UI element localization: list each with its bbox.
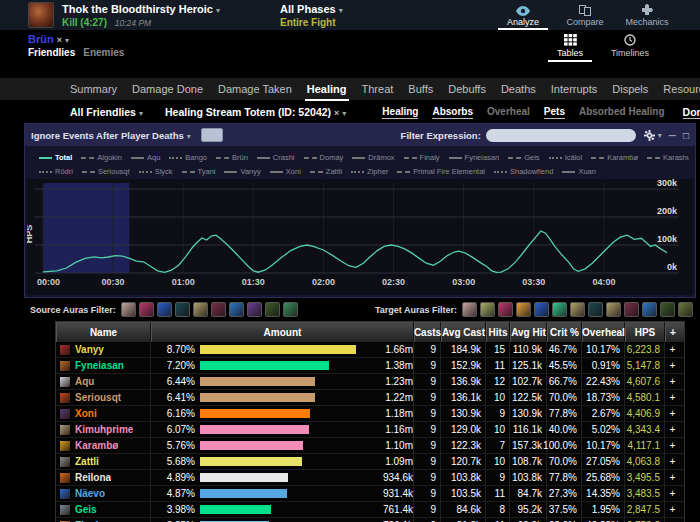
maximize-icon[interactable]: □ (683, 130, 689, 141)
legend-item[interactable]: Tyani (182, 167, 216, 177)
target-aura-icon-13[interactable] (678, 302, 693, 317)
source-aura-icon-8[interactable] (247, 302, 262, 317)
source-aura-icon-9[interactable] (265, 302, 280, 317)
expand-row-button[interactable]: + (665, 454, 680, 469)
hps-chart[interactable]: 0k100k200k300k00:0000:3001:0001:3002:000… (27, 179, 693, 295)
toggle-absorbs[interactable]: Absorbs (432, 106, 473, 119)
legend-item[interactable]: Vanyy (224, 167, 260, 177)
player-name[interactable]: Fyneiasan (75, 360, 124, 371)
target-aura-icon-3[interactable] (498, 302, 513, 317)
time-selection-region[interactable] (43, 183, 129, 273)
target-aura-icon-6[interactable] (552, 302, 567, 317)
legend-item[interactable]: Xoni (270, 167, 301, 177)
toggle-overheal[interactable]: Overheal (487, 106, 530, 118)
tab-dispels[interactable]: Dispels (612, 78, 648, 101)
source-aura-icon-7[interactable] (229, 302, 244, 317)
player-name[interactable]: Kimuhprime (75, 424, 133, 435)
column-header-crit[interactable]: Crit % (547, 322, 582, 342)
legend-item[interactable]: Brün (216, 153, 248, 163)
tab-healing[interactable]: Healing (307, 78, 347, 101)
toggle-healing[interactable]: Healing (382, 106, 418, 119)
view-analyze[interactable]: Analyze (492, 0, 554, 30)
tab-interrupts[interactable]: Interrupts (551, 78, 597, 101)
filter-expression-input[interactable] (486, 129, 636, 142)
gear-icon[interactable]: ▾ (644, 130, 662, 141)
target-aura-icon-9[interactable] (606, 302, 621, 317)
legend-item[interactable]: Geis (508, 153, 539, 163)
player-name[interactable]: Aqu (75, 376, 94, 387)
hps-chart-svg[interactable]: 0k100k200k300k00:0000:3001:0001:3002:000… (27, 179, 693, 291)
legend-item[interactable]: Aqu (131, 153, 160, 163)
legend-item[interactable]: Karambø (591, 153, 638, 163)
group-enemies[interactable]: Enemies (83, 47, 124, 58)
legend-item[interactable]: Seriousqt (82, 167, 130, 177)
boss-title-dropdown[interactable]: Thok the Bloodthirsty Heroic▾ (62, 2, 220, 17)
legend-item[interactable]: Algokin (81, 153, 122, 163)
phase-dropdown[interactable]: All Phases▾ (280, 2, 343, 17)
direction-select[interactable]: Done To Friendly▾ (683, 106, 700, 119)
expand-row-button[interactable]: + (665, 470, 680, 485)
expand-row-button[interactable]: + (665, 358, 680, 373)
expand-row-button[interactable]: + (665, 374, 680, 389)
subview-tables[interactable]: Tables (540, 30, 600, 62)
target-aura-icon-2[interactable] (480, 302, 495, 317)
tab-threat[interactable]: Threat (362, 78, 394, 101)
player-name[interactable]: Näevo (75, 488, 105, 499)
player-name[interactable]: Vanyy (75, 344, 104, 355)
column-header-name[interactable]: Name (56, 322, 151, 342)
legend-item[interactable]: Slyck (139, 167, 173, 177)
legend-item[interactable]: Drämox (352, 153, 394, 163)
toggle-absorbed-healing[interactable]: Absorbed Healing (579, 106, 665, 118)
expand-row-button[interactable]: + (665, 438, 680, 453)
legend-item[interactable]: Primal Fire Elemental (397, 167, 485, 177)
source-aura-icon-1[interactable] (121, 302, 136, 317)
target-aura-icon-5[interactable] (534, 302, 549, 317)
legend-item[interactable]: Karashum (647, 153, 689, 163)
target-aura-icon-8[interactable] (588, 302, 603, 317)
legend-item[interactable]: Xuan (562, 167, 596, 177)
expand-row-button[interactable]: + (665, 518, 680, 522)
column-header-casts[interactable]: Casts (414, 322, 441, 342)
target-aura-icon-7[interactable] (570, 302, 585, 317)
column-header-hits[interactable]: Hits (486, 322, 510, 342)
toggle-pets[interactable]: Pets (544, 106, 565, 119)
player-name[interactable]: Karambø (75, 440, 118, 451)
legend-item[interactable]: Rödri (39, 167, 73, 177)
tab-damage-taken[interactable]: Damage Taken (218, 78, 292, 101)
expand-row-button[interactable]: + (665, 342, 680, 357)
legend-item[interactable]: Crashi (257, 153, 295, 163)
column-header-avghit[interactable]: Avg Hit (510, 322, 547, 342)
legend-item[interactable]: Icälol (549, 153, 583, 163)
expand-row-button[interactable]: + (665, 502, 680, 517)
source-aura-icon-4[interactable] (175, 302, 190, 317)
source-aura-icon-3[interactable] (157, 302, 172, 317)
target-aura-icon-4[interactable] (516, 302, 531, 317)
expand-row-button[interactable]: + (665, 422, 680, 437)
legend-item[interactable]: Bangò (169, 153, 207, 163)
column-header-+[interactable]: + (665, 322, 680, 342)
ignore-deaths-dropdown[interactable]: Ignore Events After Player Deaths▾ (31, 130, 191, 141)
tab-buffs[interactable]: Buffs (408, 78, 433, 101)
view-compare[interactable]: Compare (554, 0, 616, 30)
tab-summary[interactable]: Summary (70, 78, 117, 101)
legend-item[interactable]: Total (39, 153, 72, 163)
expand-row-button[interactable]: + (665, 486, 680, 501)
subview-timelines[interactable]: Timelines (600, 30, 660, 62)
group-friendlies[interactable]: Friendlies (28, 47, 75, 58)
target-aura-icon-10[interactable] (624, 302, 639, 317)
target-aura-icon-12[interactable] (660, 302, 675, 317)
expand-row-button[interactable]: + (665, 390, 680, 405)
player-name[interactable]: Reilona (75, 472, 111, 483)
legend-item[interactable]: Domay (304, 153, 344, 163)
close-icon[interactable]: × (334, 108, 339, 118)
view-mechanics[interactable]: Mechanics (616, 0, 678, 30)
source-aura-icon-10[interactable] (283, 302, 298, 317)
legend-item[interactable]: Zattli (310, 167, 342, 177)
legend-item[interactable]: Fyneiasan (449, 153, 500, 163)
column-header-overheal[interactable]: Overheal (582, 322, 625, 342)
ability-filter[interactable]: Healing Stream Totem (ID: 52042)×▾ (165, 106, 346, 118)
source-aura-icon-5[interactable] (193, 302, 208, 317)
target-aura-icon-11[interactable] (642, 302, 657, 317)
source-aura-icon-2[interactable] (139, 302, 154, 317)
source-select[interactable]: All Friendlies▾ (70, 106, 143, 118)
